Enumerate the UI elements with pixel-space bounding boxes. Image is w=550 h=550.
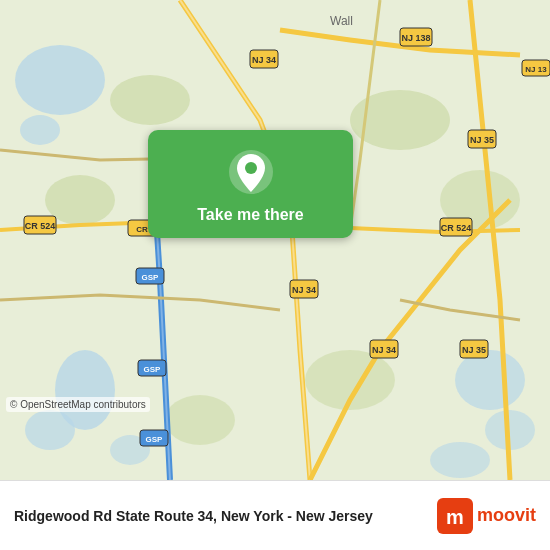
svg-text:Wall: Wall	[330, 14, 353, 28]
svg-text:NJ 35: NJ 35	[470, 135, 494, 145]
svg-text:GSP: GSP	[146, 435, 164, 444]
location-info: Ridgewood Rd State Route 34, New York - …	[14, 508, 373, 524]
svg-point-14	[165, 395, 235, 445]
bottom-bar: Ridgewood Rd State Route 34, New York - …	[0, 480, 550, 550]
svg-point-1	[15, 45, 105, 115]
location-name: Ridgewood Rd State Route 34, New York - …	[14, 508, 373, 524]
svg-text:m: m	[446, 506, 464, 528]
svg-point-8	[430, 442, 490, 478]
svg-point-2	[20, 115, 60, 145]
svg-text:NJ 138: NJ 138	[401, 33, 430, 43]
svg-text:NJ 34: NJ 34	[372, 345, 396, 355]
moovit-icon: m	[437, 498, 473, 534]
svg-point-43	[245, 162, 257, 174]
svg-text:GSP: GSP	[142, 273, 160, 282]
moovit-logo: m moovit	[437, 498, 536, 534]
map-container: NJ 34 NJ 34 NJ 34 NJ 138 NJ 35 NJ 35 CR …	[0, 0, 550, 480]
svg-text:CR 524: CR 524	[25, 221, 56, 231]
svg-point-9	[110, 75, 190, 125]
svg-text:NJ 13: NJ 13	[525, 65, 547, 74]
svg-text:NJ 34: NJ 34	[292, 285, 316, 295]
svg-text:CR: CR	[136, 225, 148, 234]
svg-text:GSP: GSP	[144, 365, 162, 374]
svg-point-4	[25, 410, 75, 450]
svg-text:NJ 35: NJ 35	[462, 345, 486, 355]
location-pin-icon	[227, 148, 275, 196]
svg-text:CR 524: CR 524	[441, 223, 472, 233]
moovit-text: moovit	[477, 505, 536, 526]
map-attribution: © OpenStreetMap contributors	[6, 397, 150, 412]
svg-text:NJ 34: NJ 34	[252, 55, 276, 65]
svg-point-6	[455, 350, 525, 410]
take-me-there-label: Take me there	[197, 206, 303, 224]
take-me-there-button[interactable]: Take me there	[148, 130, 353, 238]
